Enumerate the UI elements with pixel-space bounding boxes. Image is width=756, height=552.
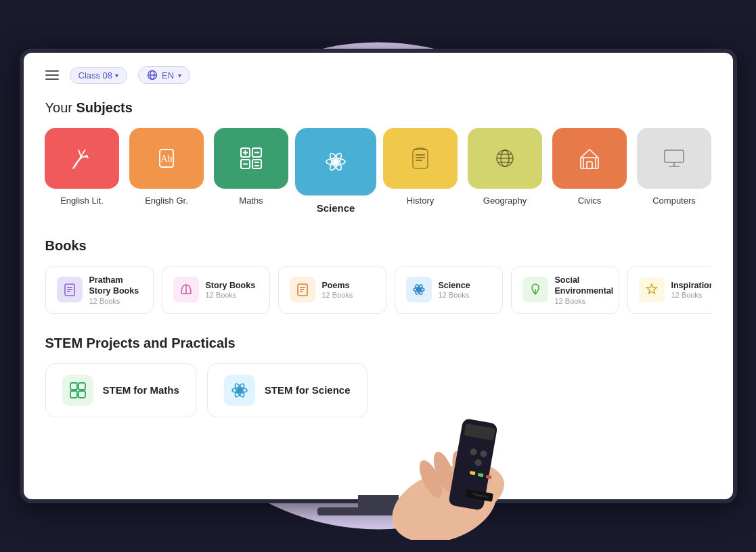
stem-icon-science — [224, 375, 255, 406]
subject-label-computers: Computers — [652, 196, 696, 206]
subject-label-geography: Geography — [483, 196, 527, 206]
svg-rect-11 — [252, 160, 261, 168]
svg-rect-22 — [413, 150, 428, 168]
subject-label-english-lit: English Lit. — [60, 196, 104, 206]
lang-chevron-icon: ▾ — [178, 72, 181, 79]
stem-label-maths: STEM for Maths — [103, 384, 179, 396]
svg-line-4 — [79, 150, 81, 158]
svg-rect-53 — [70, 383, 77, 390]
subject-english-lit[interactable]: English Lit. — [45, 128, 119, 214]
subject-icon-english-gr: Ab — [129, 128, 204, 189]
books-section: Books Pratham Story — [45, 238, 711, 314]
header: Class 08 ▾ EN ▾ — [45, 66, 711, 84]
svg-rect-55 — [70, 391, 77, 398]
book-title-story: Story Books — [206, 280, 256, 291]
subject-icon-geography — [468, 128, 542, 189]
book-icon-pratham — [57, 277, 83, 302]
subject-label-civics: Civics — [578, 196, 602, 206]
class-chevron-icon: ▾ — [115, 72, 118, 79]
book-title-poems: Poems — [322, 280, 353, 291]
subject-geography[interactable]: Geography — [468, 128, 542, 214]
book-title-social-env: Social Environmental — [555, 275, 614, 297]
books-grid: Pratham Story Books 12 Books — [45, 266, 711, 314]
subject-science[interactable]: Science — [299, 128, 373, 214]
book-poems[interactable]: Poems 12 Books — [278, 266, 386, 314]
book-icon-inspirational — [639, 277, 665, 302]
book-count-inspirational: 12 Books — [671, 291, 711, 299]
svg-point-5 — [85, 155, 88, 158]
subjects-title: Your Subjects — [45, 100, 711, 116]
svg-rect-32 — [587, 162, 592, 168]
language-selector[interactable]: EN ▾ — [138, 66, 190, 84]
book-title-pratham: Pratham Story Books — [89, 275, 142, 297]
book-count-story: 12 Books — [206, 291, 256, 299]
subject-icon-maths — [214, 128, 288, 189]
subject-icon-computers — [637, 128, 711, 189]
stem-label-science: STEM for Science — [265, 384, 351, 396]
subject-label-english-gr: English Gr. — [145, 196, 188, 206]
book-story[interactable]: Story Books 12 Books — [162, 266, 270, 314]
book-icon-story — [173, 277, 199, 302]
stem-icon-maths — [62, 375, 93, 406]
class-selector[interactable]: Class 08 ▾ — [70, 67, 128, 84]
books-title: Books — [45, 238, 711, 254]
book-count-pratham: 12 Books — [89, 297, 142, 305]
book-count-poems: 12 Books — [322, 291, 353, 299]
subject-label-maths: Maths — [239, 196, 263, 206]
book-icon-social-env — [522, 277, 548, 302]
svg-rect-54 — [79, 383, 85, 390]
book-inspirational[interactable]: Inspirational 12 Books — [627, 266, 711, 314]
svg-rect-56 — [79, 391, 85, 398]
book-count-social-env: 12 Books — [555, 297, 614, 305]
book-pratham[interactable]: Pratham Story Books 12 Books — [45, 266, 154, 314]
subject-icon-civics — [552, 128, 627, 189]
subject-english-gr[interactable]: Ab English Gr. — [130, 128, 204, 214]
book-title-inspirational: Inspirational — [671, 280, 711, 291]
book-title-science: Science — [439, 280, 470, 291]
hand-remote-illustration: Panasonic — [363, 384, 552, 540]
subject-maths[interactable]: Maths — [215, 128, 288, 214]
stem-title: STEM Projects and Practicals — [45, 336, 711, 351]
book-science[interactable]: Science 12 Books — [395, 266, 503, 314]
subject-label-history: History — [407, 196, 434, 206]
svg-text:Ab: Ab — [160, 154, 172, 164]
book-social-env[interactable]: Social Environmental 12 Books — [511, 266, 619, 314]
subject-icon-science — [295, 128, 376, 196]
book-icon-science — [406, 277, 432, 302]
subject-icon-english-lit — [45, 128, 119, 189]
svg-rect-35 — [665, 150, 684, 162]
subject-history[interactable]: History — [384, 128, 458, 214]
subjects-grid: English Lit. Ab English Gr. — [45, 128, 711, 214]
lang-label: EN — [162, 70, 174, 80]
book-count-science: 12 Books — [439, 291, 470, 299]
subject-civics[interactable]: Civics — [553, 128, 627, 214]
stem-science-card[interactable]: STEM for Science — [207, 363, 368, 417]
hamburger-menu[interactable] — [45, 70, 59, 80]
subject-icon-history — [383, 128, 458, 189]
svg-point-18 — [333, 159, 338, 164]
book-icon-poems — [290, 277, 315, 302]
subject-label-science: Science — [317, 202, 355, 214]
subjects-section: Your Subjects English L — [45, 100, 711, 214]
subject-computers[interactable]: Computers — [638, 128, 711, 214]
globe-icon — [147, 70, 158, 80]
stem-maths-card[interactable]: STEM for Maths — [45, 363, 196, 417]
class-label: Class 08 — [79, 70, 113, 80]
